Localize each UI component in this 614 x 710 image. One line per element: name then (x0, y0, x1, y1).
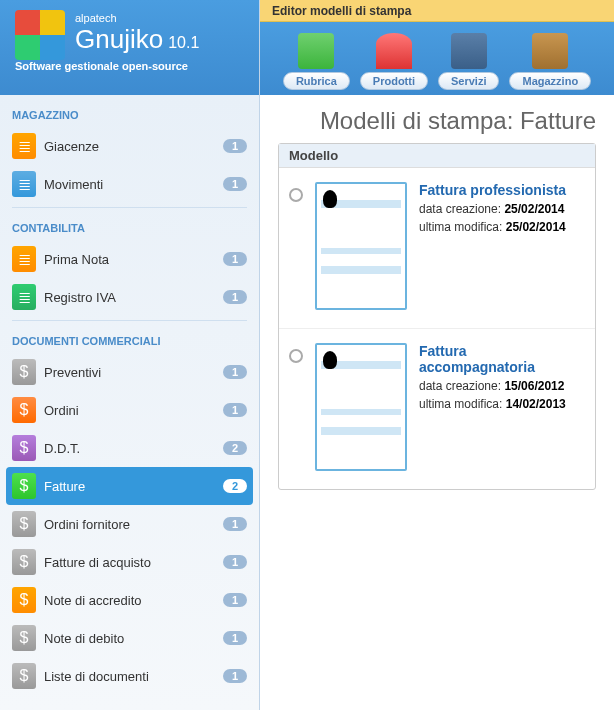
count-badge: 1 (223, 593, 247, 607)
sidebar-item-label: Movimenti (44, 177, 215, 192)
sidebar-item-label: Registro IVA (44, 290, 215, 305)
model-name[interactable]: Fattura accompagnatoria (419, 343, 585, 375)
toolbar: RubricaProdottiServiziMagazzino (260, 22, 614, 95)
model-list: Modello Fattura professionistadata creaz… (278, 143, 596, 490)
sidebar-item-d-d-t-[interactable]: $D.D.T.2 (0, 429, 259, 467)
model-row: Fattura accompagnatoriadata creazione: 1… (279, 329, 595, 489)
count-badge: 1 (223, 555, 247, 569)
model-modified: ultima modifica: 14/02/2013 (419, 397, 585, 411)
sidebar-item-note-di-accredito[interactable]: $Note di accredito1 (0, 581, 259, 619)
dollar-icon: $ (12, 625, 36, 651)
sidebar-item-ordini-fornitore[interactable]: $Ordini fornitore1 (0, 505, 259, 543)
sidebar-item-label: D.D.T. (44, 441, 215, 456)
dollar-icon: $ (12, 511, 36, 537)
dollar-icon: $ (12, 397, 36, 423)
dollar-icon: $ (12, 587, 36, 613)
sidebar-item-label: Preventivi (44, 365, 215, 380)
model-radio[interactable] (289, 349, 303, 363)
count-badge: 1 (223, 669, 247, 683)
sidebar-item-label: Ordini fornitore (44, 517, 215, 532)
model-name[interactable]: Fattura professionista (419, 182, 566, 198)
sidebar-item-movimenti[interactable]: ≣Movimenti1 (0, 165, 259, 203)
count-badge: 1 (223, 139, 247, 153)
model-thumbnail[interactable] (315, 343, 407, 471)
model-radio[interactable] (289, 188, 303, 202)
tag-icon (376, 33, 412, 69)
dollar-icon: $ (12, 549, 36, 575)
logo-icon (15, 10, 65, 60)
product-name: Gnujiko (75, 24, 163, 55)
model-created: data creazione: 15/06/2012 (419, 379, 585, 393)
toolbar-label: Rubrica (283, 72, 350, 90)
sidebar-item-fatture[interactable]: $Fatture2 (6, 467, 253, 505)
sidebar-item-registro-iva[interactable]: ≣Registro IVA1 (0, 278, 259, 316)
toolbar-label: Servizi (438, 72, 499, 90)
toolbar-servizi[interactable]: Servizi (438, 33, 499, 90)
count-badge: 1 (223, 365, 247, 379)
doc-icon: ≣ (12, 171, 36, 197)
sidebar-item-label: Liste di documenti (44, 669, 215, 684)
dollar-icon: $ (12, 435, 36, 461)
section-title: MAGAZZINO (0, 99, 259, 127)
sidebar-item-label: Note di debito (44, 631, 215, 646)
topbar-title: Editor modelli di stampa (272, 4, 411, 18)
sidebar-item-fatture-di-acquisto[interactable]: $Fatture di acquisto1 (0, 543, 259, 581)
sidebar-item-label: Prima Nota (44, 252, 215, 267)
toolbox-icon (451, 33, 487, 69)
model-list-header: Modello (279, 144, 595, 168)
toolbar-label: Prodotti (360, 72, 428, 90)
dollar-icon: $ (12, 359, 36, 385)
model-info: Fattura accompagnatoriadata creazione: 1… (419, 343, 585, 471)
count-badge: 1 (223, 177, 247, 191)
app-header: alpatech Gnujiko 10.1 Software gestional… (0, 0, 259, 95)
count-badge: 1 (223, 631, 247, 645)
model-modified: ultima modifica: 25/02/2014 (419, 220, 566, 234)
doc-icon: ≣ (12, 284, 36, 310)
toolbar-prodotti[interactable]: Prodotti (360, 33, 428, 90)
content-area: Modelli di stampa: Fatture Modello Fattu… (260, 95, 614, 710)
sidebar: alpatech Gnujiko 10.1 Software gestional… (0, 0, 260, 710)
address-book-icon (298, 33, 334, 69)
sidebar-item-liste-di-documenti[interactable]: $Liste di documenti1 (0, 657, 259, 695)
model-row: Fattura professionistadata creazione: 25… (279, 168, 595, 329)
toolbar-magazzino[interactable]: Magazzino (509, 33, 591, 90)
sidebar-item-preventivi[interactable]: $Preventivi1 (0, 353, 259, 391)
dollar-icon: $ (12, 663, 36, 689)
company-name: alpatech (75, 12, 199, 24)
sidebar-item-label: Note di accredito (44, 593, 215, 608)
page-title: Modelli di stampa: Fatture (278, 107, 596, 135)
model-info: Fattura professionistadata creazione: 25… (419, 182, 566, 310)
sidebar-item-label: Giacenze (44, 139, 215, 154)
sidebar-item-giacenze[interactable]: ≣Giacenze1 (0, 127, 259, 165)
section-title: DOCUMENTI COMMERCIALI (0, 325, 259, 353)
sidebar-item-label: Ordini (44, 403, 215, 418)
count-badge: 2 (223, 479, 247, 493)
doc-icon: ≣ (12, 133, 36, 159)
product-version: 10.1 (168, 34, 199, 52)
sidebar-nav: MAGAZZINO≣Giacenze1≣Movimenti1CONTABILIT… (0, 95, 259, 699)
tagline: Software gestionale open-source (15, 60, 244, 72)
count-badge: 2 (223, 441, 247, 455)
topbar: Editor modelli di stampa (260, 0, 614, 22)
toolbar-rubrica[interactable]: Rubrica (283, 33, 350, 90)
model-thumbnail[interactable] (315, 182, 407, 310)
count-badge: 1 (223, 403, 247, 417)
sidebar-item-label: Fatture (44, 479, 215, 494)
toolbar-label: Magazzino (509, 72, 591, 90)
sidebar-item-ordini[interactable]: $Ordini1 (0, 391, 259, 429)
count-badge: 1 (223, 252, 247, 266)
sidebar-item-prima-nota[interactable]: ≣Prima Nota1 (0, 240, 259, 278)
count-badge: 1 (223, 290, 247, 304)
box-icon (532, 33, 568, 69)
sidebar-item-label: Fatture di acquisto (44, 555, 215, 570)
model-created: data creazione: 25/02/2014 (419, 202, 566, 216)
count-badge: 1 (223, 517, 247, 531)
dollar-icon: $ (12, 473, 36, 499)
section-title: CONTABILITA (0, 212, 259, 240)
doc-icon: ≣ (12, 246, 36, 272)
sidebar-item-note-di-debito[interactable]: $Note di debito1 (0, 619, 259, 657)
